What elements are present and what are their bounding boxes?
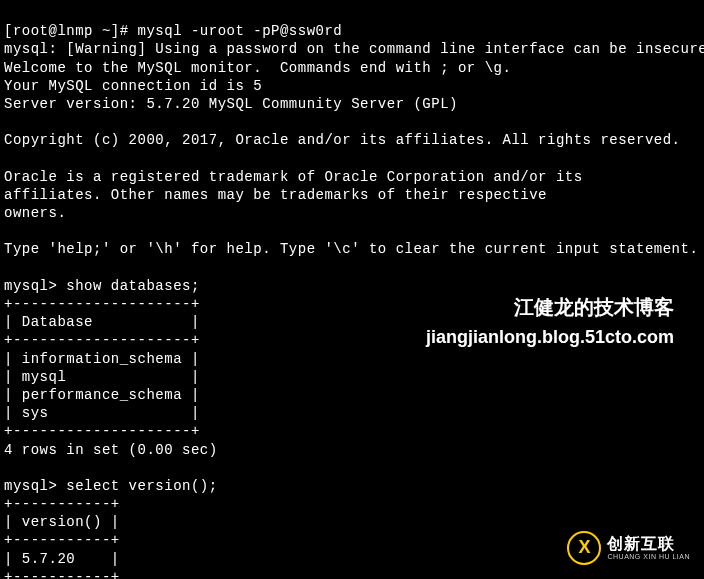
watermark-blog-url: jiangjianlong.blog.51cto.com — [426, 326, 674, 349]
query1-result: 4 rows in set (0.00 sec) — [4, 442, 218, 458]
query1-border: +--------------------+ — [4, 332, 200, 348]
brand-logo-icon: X — [567, 531, 601, 565]
query1-border: +--------------------+ — [4, 423, 200, 439]
query2-header: | version() | — [4, 514, 120, 530]
shell-prompt-line: [root@lnmp ~]# mysql -uroot -pP@ssw0rd — [4, 23, 342, 39]
query2-border: +-----------+ — [4, 496, 120, 512]
mysql-copyright: Copyright (c) 2000, 2017, Oracle and/or … — [4, 132, 681, 148]
terminal-output[interactable]: [root@lnmp ~]# mysql -uroot -pP@ssw0rd m… — [4, 4, 700, 579]
mysql-trademark-3: owners. — [4, 205, 66, 221]
brand-name-main: 创新互联 — [607, 535, 690, 553]
query2-row: | 5.7.20 | — [4, 551, 120, 567]
query2-border: +-----------+ — [4, 569, 120, 579]
brand-logo: X 创新互联 CHUANG XIN HU LIAN — [567, 531, 690, 565]
query2-border: +-----------+ — [4, 532, 120, 548]
query2-prompt: mysql> select version(); — [4, 478, 218, 494]
mysql-welcome: Welcome to the MySQL monitor. Commands e… — [4, 60, 511, 76]
query1-row: | sys | — [4, 405, 200, 421]
query1-row: | performance_schema | — [4, 387, 200, 403]
mysql-trademark-2: affiliates. Other names may be trademark… — [4, 187, 547, 203]
query1-border: +--------------------+ — [4, 296, 200, 312]
query1-row: | mysql | — [4, 369, 200, 385]
mysql-help-line: Type 'help;' or '\h' for help. Type '\c'… — [4, 241, 698, 257]
brand-name-sub: CHUANG XIN HU LIAN — [607, 553, 690, 561]
brand-logo-text: 创新互联 CHUANG XIN HU LIAN — [607, 535, 690, 560]
query1-header: | Database | — [4, 314, 200, 330]
watermark-blog-title: 江健龙的技术博客 — [514, 294, 674, 320]
mysql-server-version: Server version: 5.7.20 MySQL Community S… — [4, 96, 458, 112]
query1-row: | information_schema | — [4, 351, 200, 367]
mysql-trademark-1: Oracle is a registered trademark of Orac… — [4, 169, 583, 185]
mysql-warning: mysql: [Warning] Using a password on the… — [4, 41, 704, 57]
query1-prompt: mysql> show databases; — [4, 278, 200, 294]
mysql-connection-id: Your MySQL connection id is 5 — [4, 78, 262, 94]
